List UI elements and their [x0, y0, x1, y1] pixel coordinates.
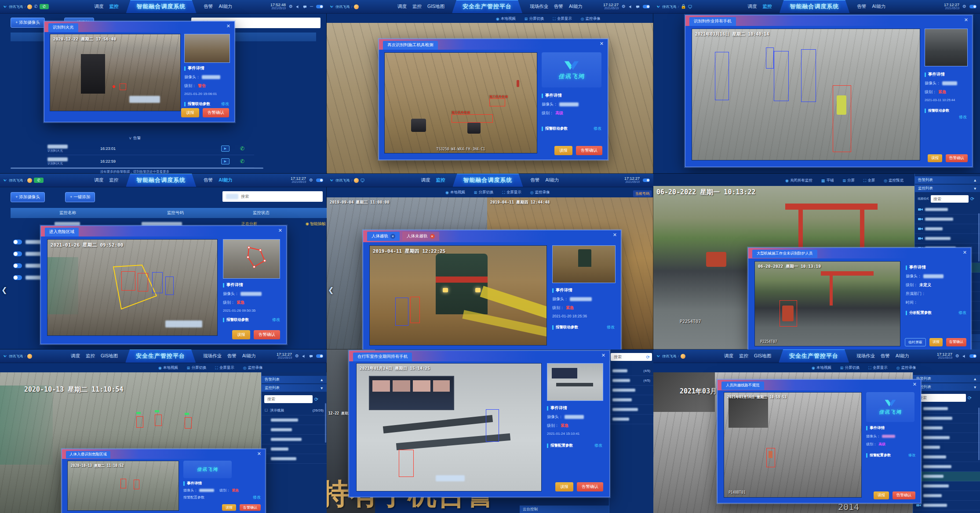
volume-icon[interactable] [962, 354, 966, 358]
temp-mute-button[interactable]: 临时屏蔽 [905, 338, 926, 346]
split-screen-tool[interactable]: ⊞分屏切换 [525, 16, 544, 22]
nav-dispatch[interactable]: 调度 [748, 4, 757, 10]
preview-tool[interactable]: ◎监控预览 [884, 178, 903, 183]
dialog-title-tab[interactable]: 识别到火光 [48, 23, 78, 32]
volume-icon[interactable] [296, 5, 300, 9]
scrollbar-vertical[interactable] [978, 407, 980, 460]
split-screen-tool[interactable]: ⊞分屏切换 [474, 190, 494, 195]
close-icon[interactable]: ✕ [964, 17, 968, 23]
nav-alarm[interactable]: 告警 [857, 4, 867, 10]
modify-link[interactable]: 修改 [959, 115, 967, 119]
modify-link[interactable]: 修改 [958, 310, 966, 316]
confirm-alarm-button[interactable]: 告警确认 [254, 330, 280, 339]
false-alarm-button[interactable]: 误报 [222, 504, 236, 511]
camera-item[interactable] [915, 205, 980, 215]
volume-icon[interactable] [302, 354, 306, 358]
fullscreen-tool[interactable]: ⛶全屏显示 [868, 365, 887, 371]
power-toggle-icon[interactable] [969, 354, 976, 358]
avatar[interactable] [27, 354, 32, 359]
refresh-icon[interactable]: ⟳ [314, 397, 318, 402]
settings-icon[interactable]: ⚙ [289, 4, 293, 9]
event-thumbnail[interactable] [552, 245, 616, 283]
camera-item[interactable] [609, 395, 653, 405]
sidebar-search-input[interactable] [613, 354, 645, 360]
modify-link[interactable]: 修改 [253, 495, 261, 500]
sidebar-search[interactable] [931, 195, 969, 203]
nav-monitor[interactable]: 监控 [86, 353, 95, 359]
nav-gis[interactable]: GIS地图 [101, 353, 118, 359]
sidebar-search-input[interactable] [918, 395, 964, 400]
camera-item[interactable] [913, 462, 980, 472]
nav-gis[interactable]: GIS地图 [754, 353, 771, 359]
recording-tool[interactable]: ◎监控录像 [530, 190, 550, 195]
call-button[interactable]: ✆ [40, 4, 49, 9]
toggle-icon[interactable] [13, 275, 22, 280]
nav-dispatch[interactable]: 调度 [421, 177, 430, 183]
smart-frame-tag[interactable]: ◉ 智能抽帧 [306, 221, 326, 227]
settings-icon[interactable]: ⚙ [962, 4, 966, 9]
settings-icon[interactable]: ⚙ [309, 178, 313, 182]
camera-item[interactable] [913, 433, 980, 443]
local-video-tool[interactable]: ◉本地视频 [496, 16, 516, 22]
camera-list-bar[interactable]: 监控列表▼ [915, 185, 980, 192]
camera-item[interactable] [913, 481, 980, 491]
camera-item[interactable] [262, 435, 327, 444]
settings-icon[interactable]: ⚙ [955, 354, 959, 358]
nav-monitor[interactable]: 监控 [739, 353, 748, 359]
nav-ai[interactable]: AI能力 [896, 353, 909, 359]
scrollbar-horizontal[interactable] [11, 167, 263, 169]
camera-item[interactable] [913, 491, 980, 501]
false-alarm-button[interactable]: 误报 [554, 146, 572, 155]
nav-monitor[interactable]: 监控 [109, 177, 118, 183]
tab-not-crossing[interactable]: 人体未越轨✕ [402, 232, 439, 241]
carousel-left-arrow[interactable]: ❮ [328, 286, 334, 294]
nav-monitor[interactable]: 监控 [763, 4, 772, 10]
checkbox-icon[interactable]: ☐ [265, 408, 268, 412]
refresh-icon[interactable]: ⟳ [968, 395, 972, 401]
close-icon[interactable]: ✕ [226, 23, 230, 29]
local-video-tool[interactable]: ◉本地视频 [445, 190, 465, 195]
nav-dispatch[interactable]: 调度 [397, 4, 407, 10]
nav-monitor[interactable]: 监控 [436, 177, 445, 183]
false-alarm-button[interactable]: 误报 [929, 338, 943, 346]
group-row[interactable]: (4/5) [609, 366, 653, 376]
dialog-title-tab[interactable]: 进入危险区域 [45, 228, 79, 236]
nav-ai[interactable]: AI能力 [569, 4, 583, 10]
toggle-icon[interactable] [13, 251, 22, 256]
close-all-tool[interactable]: ◉关闭所有监控 [785, 178, 812, 183]
alarm-list-bar[interactable]: 告警列表▲ [915, 176, 980, 184]
monitor-icon[interactable] [361, 178, 364, 182]
camera-list-bar[interactable]: 监控列表▼ [262, 384, 327, 392]
modify-link[interactable]: 修改 [607, 324, 615, 330]
call-button[interactable]: ✆ [34, 178, 44, 183]
nav-dispatch[interactable]: 调度 [95, 4, 104, 10]
recording-tool[interactable]: ◎监控录像 [581, 16, 601, 22]
close-icon[interactable]: ✕ [913, 382, 917, 387]
nav-ai[interactable]: AI能力 [546, 177, 559, 183]
sidebar-search-input[interactable] [933, 196, 967, 202]
fullscreen-tool[interactable]: ⛶全屏 [863, 178, 875, 183]
power-toggle-icon[interactable] [969, 5, 976, 8]
sidebar-search[interactable] [264, 395, 313, 403]
false-alarm-button[interactable]: 误报 [555, 482, 573, 491]
call-back-icon[interactable]: ✆ [240, 146, 244, 152]
local-video-tool[interactable]: ◉本地视频 [158, 365, 178, 371]
toggle-icon[interactable] [13, 240, 22, 244]
search-input[interactable] [240, 194, 319, 199]
modify-link[interactable]: 修改 [594, 443, 602, 448]
nav-alarm[interactable]: 告警 [227, 353, 237, 359]
close-icon[interactable]: ✕ [278, 228, 282, 233]
dialog-title-tab[interactable]: 大型机械施工作业未识别防护人员 [752, 250, 817, 258]
camera-item[interactable] [913, 501, 980, 510]
message-icon[interactable] [303, 5, 307, 9]
quick-add-button[interactable]: + 一键添加 [65, 192, 95, 202]
local-video-tool[interactable]: ◉本地视频 [812, 365, 831, 371]
avatar[interactable] [27, 178, 32, 183]
camera-item[interactable] [262, 454, 327, 464]
tab-crossing[interactable]: 人体越轨✕ [367, 232, 400, 241]
confirm-alarm-button[interactable]: 告警确认 [946, 154, 968, 162]
event-thumbnail[interactable] [547, 363, 603, 401]
nav-alarm[interactable]: 告警 [881, 353, 890, 359]
tab-close-icon[interactable]: ✕ [390, 234, 395, 239]
video-play-icon[interactable]: ▶ [221, 158, 230, 164]
